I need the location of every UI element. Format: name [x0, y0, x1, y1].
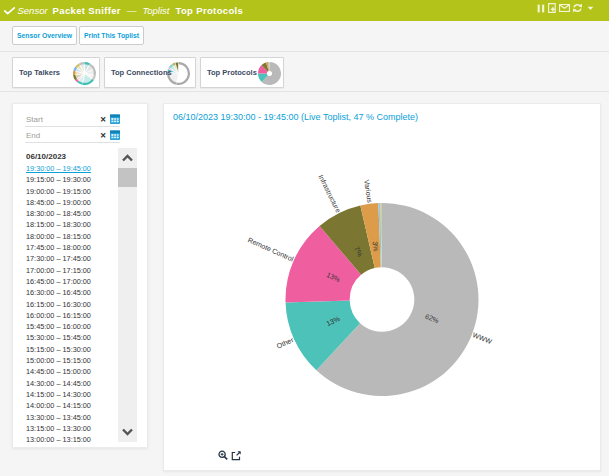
tab-sensor-overview[interactable]: Sensor Overview [12, 26, 77, 45]
time-range-item[interactable]: 16:15:00 – 16:30:00 [26, 299, 118, 310]
breadcrumb-sensor[interactable]: Sensor [18, 5, 48, 16]
slice-name-label: Remote Control [247, 236, 295, 262]
toplist-chart-panel: 06/10/2023 19:30:00 - 19:45:00 (Live Top… [163, 103, 601, 471]
end-placeholder: End [26, 131, 40, 140]
time-range-item[interactable]: 19:15:00 – 19:30:00 [26, 174, 118, 185]
slice-name-label: Other [276, 336, 295, 350]
time-range-item[interactable]: 14:30:00 – 14:45:00 [26, 378, 118, 389]
breadcrumb-dash: — [127, 5, 137, 16]
clear-start-icon[interactable]: ✕ [100, 115, 108, 124]
time-range-item[interactable]: 14:00:00 – 14:15:00 [26, 400, 118, 411]
calendar-start-icon[interactable] [110, 114, 120, 124]
scrollbar-thumb[interactable] [118, 168, 137, 187]
time-range-item[interactable]: 16:00:00 – 16:15:00 [26, 310, 118, 321]
refresh-icon[interactable] [572, 3, 583, 13]
zoom-in-icon[interactable] [218, 450, 228, 461]
time-range-list: 19:30:00 – 19:45:0019:15:00 – 19:30:0019… [26, 163, 118, 445]
caret-down-icon[interactable] [587, 6, 594, 11]
report-icon[interactable] [547, 3, 557, 13]
chart-toolbar [218, 450, 241, 461]
protocols-donut-chart: 62%WWW13%Other13%Remote Control7%Infrast… [164, 104, 602, 472]
scroll-up-icon[interactable] [118, 150, 137, 166]
start-placeholder: Start [26, 115, 43, 124]
calendar-end-icon[interactable] [110, 130, 120, 140]
time-range-item[interactable]: 17:45:00 – 18:00:00 [26, 242, 118, 253]
email-icon[interactable] [559, 4, 570, 12]
time-range-item[interactable]: 18:15:00 – 18:30:00 [26, 219, 118, 230]
time-range-item[interactable]: 13:15:00 – 13:30:00 [26, 423, 118, 434]
time-range-item[interactable]: 16:45:00 – 17:00:00 [26, 276, 118, 287]
card-top-connections[interactable]: Top Connections [104, 57, 196, 88]
time-range-item[interactable]: 18:45:00 – 19:00:00 [26, 197, 118, 208]
clear-end-icon[interactable]: ✕ [100, 131, 108, 140]
time-range-item[interactable]: 16:30:00 – 16:45:00 [26, 287, 118, 298]
card-top-talkers[interactable]: Top Talkers [12, 57, 100, 88]
card-top-connections-label: Top Connections [105, 68, 172, 77]
time-range-item[interactable]: 15:15:00 – 15:30:00 [26, 344, 118, 355]
list-scrollbar[interactable] [118, 148, 137, 442]
slice-percent-label: 3% [371, 241, 379, 252]
time-range-item[interactable]: 13:00:00 – 13:15:00 [26, 434, 118, 445]
time-range-item[interactable]: 15:30:00 – 15:45:00 [26, 332, 118, 343]
card-top-talkers-label: Top Talkers [13, 68, 60, 77]
slice-name-label: WWW [472, 331, 493, 345]
slice-name-label: Infrastructure [317, 174, 342, 214]
time-range-item[interactable]: 19:30:00 – 19:45:00 [26, 163, 118, 174]
top-talkers-pie-icon [72, 61, 97, 86]
breadcrumb: SensorPacket Sniffer—ToplistTop Protocol… [18, 5, 250, 16]
breadcrumb-toplist[interactable]: Toplist [142, 5, 169, 16]
time-range-sidebar: Start ✕ End ✕ 06/10/2023 19:30:00 – 19:4… [12, 103, 148, 448]
time-range-item[interactable]: 13:30:00 – 13:45:00 [26, 412, 118, 423]
header-bar: SensorPacket Sniffer—ToplistTop Protocol… [0, 0, 609, 21]
toplist-cards-row: Top Talkers Top Connections Top Protocol… [0, 52, 609, 92]
top-protocols-pie-icon [257, 61, 282, 86]
pause-icon[interactable] [537, 4, 545, 13]
check-icon [4, 6, 15, 16]
tab-print-this-toplist-label: Print This Toplist [84, 32, 139, 39]
time-range-item[interactable]: 17:30:00 – 17:45:00 [26, 253, 118, 264]
time-range-item[interactable]: 17:00:00 – 17:15:00 [26, 265, 118, 276]
tab-print-this-toplist[interactable]: Print This Toplist [79, 26, 144, 45]
header-icons [537, 3, 594, 13]
time-range-item[interactable]: 18:30:00 – 18:45:00 [26, 208, 118, 219]
time-range-item[interactable]: 14:15:00 – 14:30:00 [26, 389, 118, 400]
time-range-item[interactable]: 15:00:00 – 15:15:00 [26, 355, 118, 366]
time-range-item[interactable]: 18:00:00 – 18:15:00 [26, 231, 118, 242]
time-range-item[interactable]: 15:45:00 – 16:00:00 [26, 321, 118, 332]
slice-name-label: Various [363, 179, 373, 203]
date-header: 06/10/2023 [26, 152, 66, 161]
breadcrumb-device[interactable]: Packet Sniffer [53, 5, 121, 16]
scroll-down-icon[interactable] [118, 424, 137, 440]
open-external-icon[interactable] [231, 450, 241, 461]
tabs-bar: Sensor Overview Print This Toplist [0, 21, 609, 52]
time-range-item[interactable]: 14:45:00 – 15:00:00 [26, 366, 118, 377]
start-date-field[interactable]: Start ✕ [25, 113, 120, 127]
card-top-protocols-label: Top Protocols [201, 68, 257, 77]
page-title: Top Protocols [175, 5, 243, 16]
time-range-item[interactable]: 19:00:00 – 19:15:00 [26, 186, 118, 197]
end-date-field[interactable]: End ✕ [25, 129, 120, 143]
card-top-protocols[interactable]: Top Protocols [200, 57, 284, 88]
tab-sensor-overview-label: Sensor Overview [17, 32, 72, 39]
